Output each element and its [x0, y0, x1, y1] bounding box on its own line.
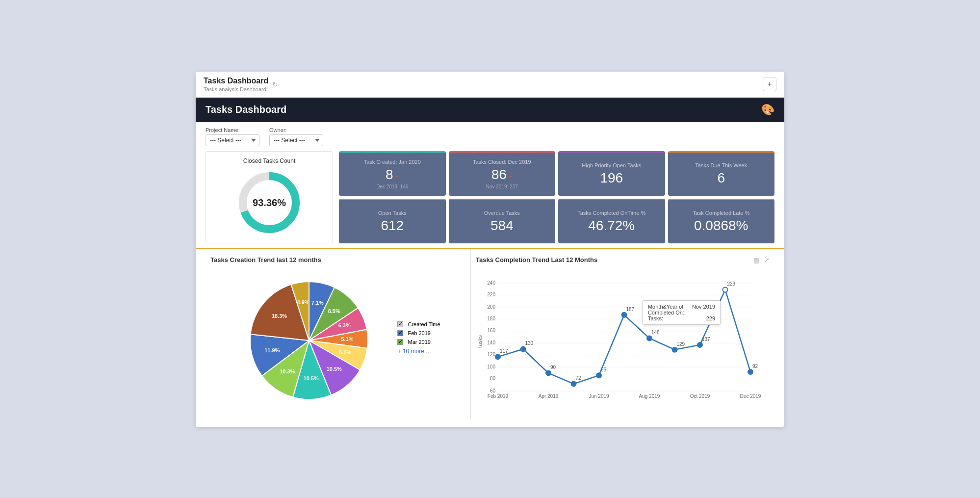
expand-icon[interactable]: ⤢ [764, 256, 770, 264]
kpi-label-3: Tasks Due This Week [695, 162, 747, 168]
kpi-label-4: Open Tasks [378, 210, 407, 216]
line-chart-header: Tasks Completion Trend Last 12 Months ▦ … [476, 256, 770, 269]
paint-icon: 🎨 [761, 104, 774, 116]
legend-check-1: ✓ [397, 330, 403, 336]
kpi-trend-0: 8 ↓ [386, 167, 399, 183]
y-tick-label: 80 [490, 376, 496, 381]
owner-select[interactable]: --- Select --- [269, 134, 323, 146]
y-tick-label: 220 [487, 292, 495, 297]
data-point-4[interactable] [596, 373, 601, 378]
kpi-card-4: Open Tasks612 [339, 199, 446, 243]
kpi-card-2: High Priority Open Tasks196 [558, 151, 665, 196]
data-point-0[interactable] [495, 354, 500, 359]
line-chart-svg: 6080100120140160180200220240Feb 2019Apr … [476, 273, 760, 411]
x-tick-label: Jun 2019 [589, 393, 609, 399]
pie-label-6: 10.5% [304, 375, 319, 381]
data-label-10: 92 [752, 363, 758, 368]
line-chart-container: Tasks Completion Trend Last 12 Months ▦ … [470, 249, 774, 419]
top-bar-left: Tasks Dashboard Tasks analysis Dashboard… [204, 77, 278, 92]
legend-label-1: Feb 2019 [408, 330, 430, 336]
pie-chart-container: Tasks Creation Trend last 12 months 7.1%… [206, 249, 470, 419]
data-label-5: 187 [626, 306, 635, 312]
data-label-4: 86 [601, 367, 607, 372]
plus-icon: + [767, 80, 772, 89]
kpi-value-4: 612 [381, 218, 404, 234]
kpi-trend-1: 86 ↓ [491, 167, 513, 183]
kpi-sub-0: Dec 2019: 146 [376, 184, 408, 189]
pie-label-5: 10.5% [327, 366, 342, 371]
data-point-8[interactable] [697, 342, 702, 347]
pie-label-4: 6.2% [339, 349, 352, 355]
kpi-sub-1: Nov 2019: 227 [486, 184, 518, 189]
data-point-7[interactable] [672, 347, 677, 352]
trend-down-icon-0: ↓ [395, 170, 399, 179]
legend-label-2: Mar 2019 [408, 339, 430, 345]
pie-label-3: 5.1% [341, 336, 354, 341]
y-tick-label: 120 [487, 352, 495, 357]
data-label-8: 137 [702, 336, 710, 341]
kpi-grid: Task Created: Jan 2020 8 ↓ Dec 2019: 146… [339, 151, 774, 243]
kpi-card-0: Task Created: Jan 2020 8 ↓ Dec 2019: 146 [339, 151, 446, 196]
kpi-label-5: Overdue Tasks [484, 210, 520, 216]
tooltip-row-1: Month&Year ofCompleted On: Nov 2019 [648, 304, 715, 315]
page-subtitle: Tasks analysis Dashboard [204, 86, 268, 92]
trend-down-icon-1: ↓ [509, 170, 513, 179]
main-container: Tasks Dashboard Tasks analysis Dashboard… [196, 72, 784, 427]
pie-label-1: 8.5% [328, 308, 340, 314]
y-tick-label: 240 [487, 280, 495, 285]
kpi-label-7: Task Completed Late % [693, 210, 749, 216]
page-title: Tasks Dashboard [204, 77, 268, 85]
bar-chart-icon[interactable]: ▦ [753, 256, 760, 264]
legend-check-0: ✓ [397, 321, 403, 327]
y-tick-label: 160 [487, 328, 495, 333]
pie-chart-svg: 7.1%8.5%6.3%5.1%6.2%10.5%10.5%10.3%11.9%… [235, 269, 383, 407]
x-tick-label: Apr 2019 [539, 393, 559, 399]
dashboard-title: Tasks Dashboard [206, 104, 286, 115]
x-tick-label: Feb 2019 [488, 393, 509, 399]
data-point-6[interactable] [647, 336, 652, 341]
project-name-select[interactable]: --- Select --- [206, 134, 259, 146]
legend-item-1: ✓Feb 2019 [397, 330, 440, 336]
legend-item-3: + 10 more... [397, 348, 440, 355]
tooltip-row-2: Tasks: 229 [648, 315, 715, 321]
chart-action-icons: ▦ ⤢ [753, 256, 770, 264]
data-label-6: 148 [651, 330, 660, 335]
refresh-icon[interactable]: ↻ [272, 80, 278, 88]
kpi-value-1: 86 [491, 167, 507, 183]
data-point-5[interactable] [622, 312, 627, 317]
data-label-0: 117 [500, 348, 508, 354]
pie-legend: ✓Created Time✓Feb 2019✓Mar 2019+ 10 more… [397, 321, 440, 355]
add-button[interactable]: + [763, 78, 776, 91]
legend-label-0: Created Time [408, 321, 440, 327]
donut-chart: 93.36% [235, 168, 304, 237]
pie-label-8: 11.9% [265, 347, 280, 353]
top-bar: Tasks Dashboard Tasks analysis Dashboard… [196, 72, 784, 98]
pie-label-0: 7.1% [311, 299, 324, 305]
kpi-value-0: 8 [386, 167, 393, 183]
data-label-7: 129 [677, 341, 685, 346]
donut-value: 93.36% [253, 197, 286, 208]
kpi-label-1: Tasks Closed: Dec 2019 [473, 159, 531, 165]
data-point-3[interactable] [571, 381, 576, 386]
kpi-card-3: Tasks Due This Week6 [668, 151, 775, 196]
data-label-9: 229 [727, 281, 736, 287]
kpi-card-6: Tasks Completed OnTime %46.72% [558, 199, 665, 243]
line-chart-title: Tasks Completion Trend Last 12 Months [476, 256, 597, 263]
owner-label: Owner: [269, 127, 323, 133]
project-name-label: Project Name: [206, 127, 259, 133]
legend-item-0: ✓Created Time [397, 321, 440, 327]
owner-filter-group: Owner: --- Select --- [269, 127, 323, 146]
data-point-1[interactable] [521, 346, 526, 351]
y-tick-label: 60 [490, 388, 496, 393]
legend-item-2: ✓Mar 2019 [397, 339, 440, 345]
pie-label-7: 10.3% [280, 368, 295, 374]
project-filter-group: Project Name: --- Select --- [206, 127, 259, 146]
filter-bar: Project Name: --- Select --- Owner: --- … [196, 122, 784, 151]
donut-title: Closed Tasks Count [243, 157, 296, 164]
data-point-10[interactable] [748, 369, 753, 374]
legend-more-link[interactable]: + 10 more... [397, 348, 429, 355]
data-point-2[interactable] [546, 370, 551, 375]
pie-chart-title: Tasks Creation Trend last 12 months [210, 256, 465, 263]
data-point-9[interactable] [723, 287, 728, 292]
tooltip-label-tasks: Tasks: [648, 315, 663, 321]
